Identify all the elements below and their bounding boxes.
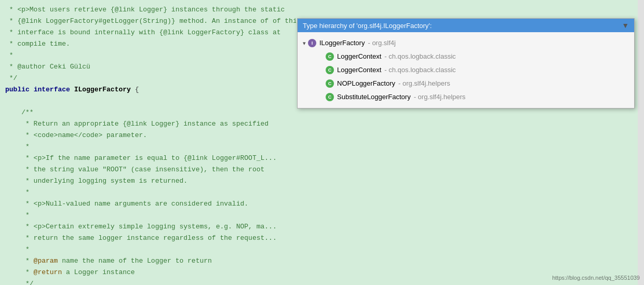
- code-line-10: /**: [5, 107, 291, 118]
- class-icon-2: C: [326, 79, 334, 88]
- code-line-16: * underlying logging system is returned.: [5, 175, 291, 187]
- code-line-19: *: [5, 210, 291, 221]
- class-icon-0: C: [326, 52, 334, 61]
- code-line-2: * {@link LoggerFactory#getLogger(String)…: [5, 16, 291, 27]
- child-name-1: LoggerContext: [337, 64, 381, 76]
- class-icon-1: C: [326, 66, 334, 74]
- child-name-2: NOPLoggerFactory: [337, 78, 395, 89]
- code-line-7: */: [5, 73, 291, 84]
- code-line-18: * <p>Null-valued name arguments are cons…: [5, 198, 291, 210]
- hierarchy-child-row-2[interactable]: C NOPLoggerFactory - org.slf4j.helpers: [301, 77, 631, 90]
- main-scrollbar[interactable]: [638, 0, 644, 285]
- code-line-13: *: [5, 141, 291, 153]
- code-line-25: */: [5, 278, 291, 285]
- type-hierarchy-dropdown[interactable]: ▼: [622, 21, 629, 30]
- interface-icon: I: [308, 39, 316, 47]
- child-pkg-3: - org.slf4j.helpers: [414, 91, 466, 103]
- hierarchy-child-row-3[interactable]: C SubstituteLoggerFactory - org.slf4j.he…: [301, 90, 631, 104]
- code-line-15: * the string value "ROOT" (case insensit…: [5, 164, 291, 175]
- hierarchy-child-row-0[interactable]: C LoggerContext - ch.qos.logback.classic: [301, 50, 631, 63]
- code-editor: * <p>Most users retrieve {@link Logger} …: [0, 0, 296, 285]
- child-name-0: LoggerContext: [337, 51, 381, 62]
- type-hierarchy-body: ▾ I ILoggerFactory - org.slf4j C LoggerC…: [298, 32, 634, 108]
- child-pkg-2: - org.slf4j.helpers: [398, 78, 450, 89]
- code-line-23: * @param name the name of the Logger to …: [5, 255, 291, 267]
- child-pkg-0: - ch.qos.logback.classic: [384, 51, 455, 62]
- hierarchy-root-row[interactable]: ▾ I ILoggerFactory - org.slf4j: [301, 36, 631, 50]
- type-hierarchy-header: Type hierarchy of 'org.slf4j.ILoggerFact…: [298, 19, 634, 32]
- code-line-11: * Return an appropriate {@link Logger} i…: [5, 118, 291, 130]
- code-line-22: *: [5, 244, 291, 255]
- expand-icon: ▾: [303, 37, 306, 49]
- child-pkg-1: - ch.qos.logback.classic: [384, 64, 455, 76]
- watermark: https://blog.csdn.net/qq_35551039: [552, 275, 640, 281]
- code-line-17: *: [5, 187, 291, 198]
- code-line-9: [5, 96, 291, 107]
- code-line-6: * @author Ceki Gülcü: [5, 61, 291, 73]
- code-line-24: * @return a Logger instance: [5, 267, 291, 278]
- type-hierarchy-popup: Type hierarchy of 'org.slf4j.ILoggerFact…: [297, 18, 635, 108]
- root-pkg: - org.slf4j: [368, 37, 395, 49]
- type-hierarchy-title: Type hierarchy of 'org.slf4j.ILoggerFact…: [303, 22, 432, 30]
- code-line-12: * <code>name</code> parameter.: [5, 130, 291, 141]
- code-line-21: * return the same logger instance regard…: [5, 233, 291, 244]
- code-line-14: * <p>If the name parameter is equal to {…: [5, 153, 291, 164]
- root-name: ILoggerFactory: [319, 37, 365, 49]
- hierarchy-child-row-1[interactable]: C LoggerContext - ch.qos.logback.classic: [301, 63, 631, 77]
- code-line-8: public interface ILoggerFactory {: [5, 84, 291, 96]
- code-line-5: *: [5, 50, 291, 61]
- child-name-3: SubstituteLoggerFactory: [337, 91, 411, 103]
- code-line-4: * compile time.: [5, 38, 291, 50]
- code-line-20: * <p>Certain extremely simple logging sy…: [5, 221, 291, 233]
- class-icon-3: C: [326, 93, 334, 101]
- code-line-1: * <p>Most users retrieve {@link Logger} …: [5, 4, 291, 16]
- code-line-3: * interface is bound internally with {@l…: [5, 27, 291, 38]
